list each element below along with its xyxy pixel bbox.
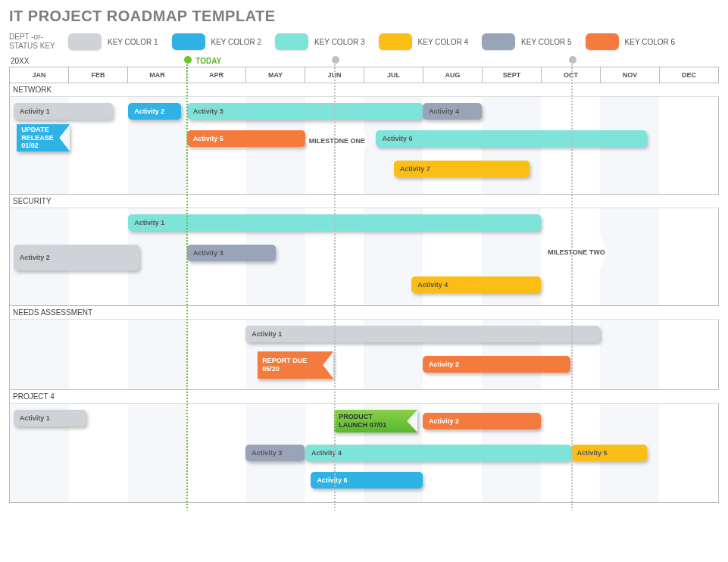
milestone[interactable]: MILESTONE TWO — [545, 237, 608, 267]
gantt-bar[interactable]: Activity 1 — [14, 103, 113, 120]
month-header: JAN FEB MAR APR MAY JUN JUL AUG SEPT OCT… — [9, 67, 719, 83]
section-network: NETWORK Activity 1 Activity 2 Activity 3… — [9, 83, 719, 195]
milestone[interactable]: MILESTONE ONE — [305, 126, 369, 156]
gantt-bar[interactable]: Activity 2 — [423, 413, 541, 429]
gantt-bar[interactable]: Activity 3 — [187, 245, 276, 261]
section-title: NETWORK — [10, 83, 719, 97]
gantt-bar[interactable]: Activity 3 — [245, 445, 305, 461]
legend-item: KEY COLOR 1 — [68, 33, 158, 50]
section-project4: PROJECT 4 Activity 1 PRODUCT LAUNCH 07/0… — [9, 390, 719, 503]
gantt-bar[interactable]: Activity 7 — [394, 161, 530, 177]
legend: DEPT -or- STATUS KEY KEY COLOR 1 KEY COL… — [9, 33, 719, 51]
swatch-icon — [379, 33, 412, 50]
section-title: PROJECT 4 — [10, 390, 719, 404]
gantt-bar[interactable]: Activity 5 — [187, 130, 305, 147]
roadmap: 20XX TODAY JAN FEB MAR APR MAY — [9, 57, 719, 503]
month-cell: JUL — [364, 67, 423, 83]
month-cell: APR — [187, 67, 246, 83]
section-security: SECURITY Activity 1 Activity 2 Activity … — [9, 195, 719, 306]
gantt-bar[interactable]: Activity 2 — [14, 245, 139, 270]
page-title: IT PROJECT ROADMAP TEMPLATE — [9, 8, 719, 25]
gantt-bar[interactable]: Activity 6 — [376, 130, 647, 147]
gantt-bar[interactable]: Activity 2 — [423, 356, 570, 373]
legend-item: KEY COLOR 3 — [275, 33, 365, 50]
gantt-bar[interactable]: Activity 1 — [245, 326, 600, 342]
swatch-icon — [482, 33, 515, 50]
month-cell: OCT — [542, 67, 601, 83]
section-title: NEEDS ASSESSMENT — [10, 306, 719, 320]
gantt-bar[interactable]: Activity 1 — [14, 410, 86, 426]
legend-item: KEY COLOR 6 — [586, 33, 676, 50]
swatch-icon — [172, 33, 205, 50]
legend-item: KEY COLOR 5 — [482, 33, 572, 50]
month-cell: FEB — [69, 67, 128, 83]
legend-item: KEY COLOR 2 — [172, 33, 262, 50]
gantt-bar[interactable]: Activity 4 — [423, 103, 482, 120]
swatch-icon — [68, 33, 102, 50]
swatch-icon — [275, 33, 308, 50]
month-cell: AUG — [423, 67, 483, 83]
month-cell: JUN — [305, 67, 364, 83]
month-cell: NOV — [601, 67, 660, 83]
gantt-bar[interactable]: Activity 3 — [187, 103, 423, 120]
gantt-flag[interactable]: REPORT DUE 05/20 — [258, 351, 333, 379]
year-label: 20XX — [11, 57, 719, 65]
legend-label: DEPT -or- STATUS KEY — [9, 33, 62, 51]
gantt-bar[interactable]: Activity 4 — [411, 276, 541, 293]
gantt-bar[interactable]: Activity 5 — [571, 445, 648, 461]
legend-item: KEY COLOR 4 — [379, 33, 469, 50]
month-cell: SEPT — [483, 67, 542, 83]
month-cell: DEC — [660, 67, 719, 83]
swatch-icon — [586, 33, 619, 50]
gantt-flag[interactable]: PRODUCT LAUNCH 07/01 — [334, 410, 417, 432]
gantt-bar[interactable]: Activity 1 — [128, 214, 541, 231]
month-cell: JAN — [10, 67, 69, 83]
section-title: SECURITY — [10, 195, 719, 208]
gantt-bar[interactable]: Activity 4 — [305, 445, 571, 461]
month-cell: MAR — [128, 67, 187, 83]
gantt-bar[interactable]: Activity 2 — [128, 103, 181, 120]
gantt-flag[interactable]: UPDATE RELEASE 01/02 — [17, 124, 70, 151]
month-cell: MAY — [246, 67, 305, 83]
section-needs: NEEDS ASSESSMENT Activity 1 REPORT DUE 0… — [9, 306, 719, 390]
gantt-bar[interactable]: Activity 6 — [311, 472, 423, 489]
